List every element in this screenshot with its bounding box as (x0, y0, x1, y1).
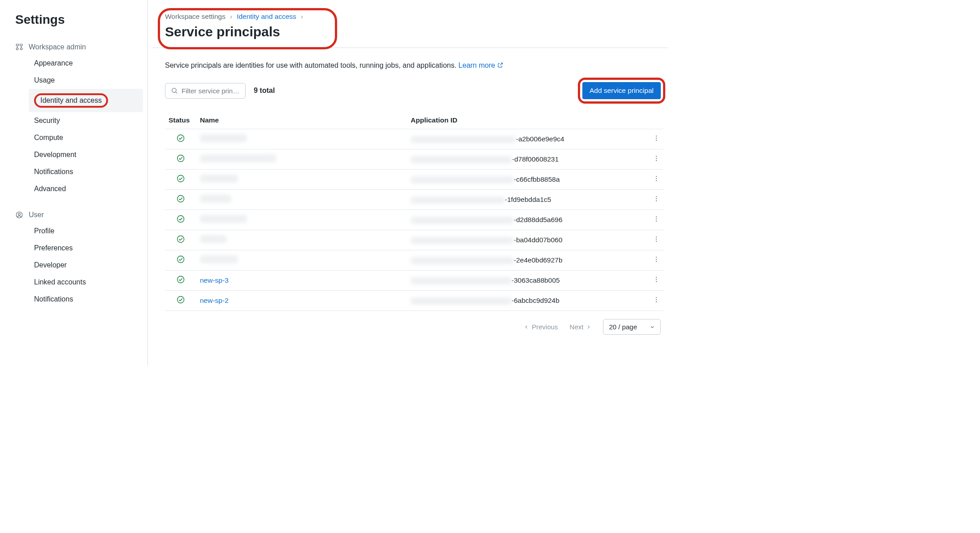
divider (152, 48, 668, 48)
row-actions-menu[interactable] (653, 235, 660, 244)
svg-point-40 (656, 297, 657, 298)
sidebar-item-appearance[interactable]: Appearance (29, 55, 143, 72)
name-cell[interactable]: new-sp-3 (196, 271, 407, 291)
pagination: Previous Next 20 / page (165, 319, 663, 335)
actions-cell (641, 271, 663, 291)
name-cell[interactable] (196, 210, 407, 230)
name-cell[interactable] (196, 250, 407, 271)
add-service-principal-button[interactable]: Add service principal (582, 82, 661, 99)
status-active-icon (176, 134, 185, 143)
sidebar-item-security[interactable]: Security (29, 112, 143, 129)
sidebar: Settings Workspace admin Appearance Usag… (0, 0, 148, 366)
application-id-suffix: -3063ca88b005 (512, 276, 560, 284)
table-row: -1fd9ebdda1c5 (165, 190, 663, 210)
row-actions-menu[interactable] (653, 174, 660, 183)
svg-point-41 (656, 299, 657, 300)
status-active-icon (176, 194, 185, 203)
svg-point-37 (656, 279, 657, 280)
service-principal-name[interactable]: new-sp-3 (200, 276, 229, 284)
row-actions-menu[interactable] (653, 134, 660, 143)
sidebar-item-development[interactable]: Development (29, 146, 143, 163)
table-row: -a2b006e9e9c4 (165, 129, 663, 149)
sidebar-item-usage[interactable]: Usage (29, 72, 143, 89)
page-description: Service principals are identities for us… (165, 61, 663, 70)
redacted-id-prefix (411, 176, 514, 183)
redacted-name (200, 175, 238, 183)
filter-input-wrapper[interactable] (165, 83, 246, 99)
chevron-right-icon: › (230, 13, 232, 21)
status-active-icon (176, 235, 185, 244)
table-row: -2e4e0bd6927b (165, 250, 663, 271)
status-cell (165, 250, 196, 271)
sidebar-item-compute[interactable]: Compute (29, 129, 143, 146)
name-cell[interactable] (196, 129, 407, 149)
redacted-id-prefix (411, 156, 512, 163)
status-cell (165, 129, 196, 149)
application-id-suffix: -c66cfbb8858a (514, 175, 560, 183)
sidebar-item-identity-and-access[interactable]: Identity and access (29, 89, 143, 112)
row-actions-menu[interactable] (653, 295, 660, 304)
application-id-suffix: -a2b006e9e9c4 (516, 135, 564, 143)
status-active-icon (176, 154, 185, 163)
status-cell (165, 271, 196, 291)
breadcrumb-root[interactable]: Workspace settings (165, 13, 225, 21)
svg-point-42 (656, 301, 657, 302)
svg-point-10 (656, 140, 657, 141)
actions-cell (641, 129, 663, 149)
redacted-id-prefix (411, 197, 505, 204)
actions-cell (641, 149, 663, 170)
sidebar-item-developer[interactable]: Developer (29, 257, 143, 274)
sidebar-item-linked-accounts[interactable]: Linked accounts (29, 274, 143, 291)
svg-point-2 (16, 48, 18, 50)
column-header-status[interactable]: Status (165, 112, 196, 129)
actions-cell (641, 170, 663, 190)
row-actions-menu[interactable] (653, 194, 660, 203)
application-id-cell: -2e4e0bd6927b (407, 250, 641, 271)
svg-point-27 (178, 236, 184, 243)
table-row: -ba04dd07b060 (165, 230, 663, 250)
svg-point-19 (178, 196, 184, 202)
sidebar-item-profile[interactable]: Profile (29, 223, 143, 240)
row-actions-menu[interactable] (653, 214, 660, 223)
status-active-icon (176, 275, 185, 284)
breadcrumb-parent[interactable]: Identity and access (237, 13, 296, 21)
page-size-select[interactable]: 20 / page (603, 319, 661, 335)
column-header-name[interactable]: Name (196, 112, 407, 129)
name-cell[interactable]: new-sp-2 (196, 291, 407, 311)
application-id-cell: -3063ca88b005 (407, 271, 641, 291)
learn-more-link[interactable]: Learn more (459, 61, 503, 69)
application-id-cell: -d2d88dd5a696 (407, 210, 641, 230)
filter-input[interactable] (182, 87, 240, 95)
svg-point-32 (656, 257, 657, 258)
actions-cell (641, 210, 663, 230)
sidebar-item-advanced[interactable]: Advanced (29, 180, 143, 197)
actions-cell (641, 230, 663, 250)
row-actions-menu[interactable] (653, 154, 660, 163)
name-cell[interactable] (196, 149, 407, 170)
svg-point-34 (656, 261, 657, 262)
next-page-button[interactable]: Next (570, 323, 592, 331)
name-cell[interactable] (196, 190, 407, 210)
sidebar-item-notifications[interactable]: Notifications (29, 163, 143, 180)
previous-page-button[interactable]: Previous (524, 323, 558, 331)
redacted-id-prefix (411, 237, 514, 244)
sidebar-item-user-notifications[interactable]: Notifications (29, 291, 143, 308)
table-row: -c66cfbb8858a (165, 170, 663, 190)
actions-cell (641, 190, 663, 210)
table-row: -d78f00608231 (165, 149, 663, 170)
application-id-cell: -1fd9ebdda1c5 (407, 190, 641, 210)
name-cell[interactable] (196, 170, 407, 190)
chevron-right-icon (586, 324, 591, 330)
service-principals-table: Status Name Application ID -a2b006e9e9c4… (165, 112, 663, 311)
name-cell[interactable] (196, 230, 407, 250)
row-actions-menu[interactable] (653, 255, 660, 264)
application-id-cell: -ba04dd07b060 (407, 230, 641, 250)
service-principal-name[interactable]: new-sp-2 (200, 297, 229, 304)
redacted-name (200, 215, 247, 223)
svg-point-9 (656, 138, 657, 139)
svg-point-24 (656, 216, 657, 217)
row-actions-menu[interactable] (653, 275, 660, 284)
column-header-application-id[interactable]: Application ID (407, 112, 641, 129)
svg-point-3 (20, 48, 22, 50)
sidebar-item-preferences[interactable]: Preferences (29, 240, 143, 257)
